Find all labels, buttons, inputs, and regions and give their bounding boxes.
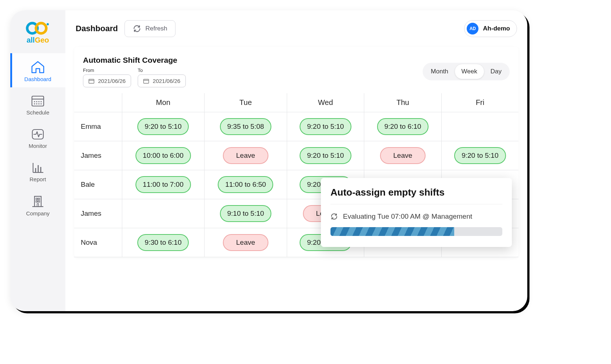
shift-pill[interactable]: 9:35 to 5:08 [220,118,271,135]
shift-pill[interactable]: 9:20 to 5:10 [137,118,189,135]
main-area: Dashboard Refresh AD Ah-demo Automatic S… [65,10,527,311]
svg-rect-21 [36,198,37,200]
svg-rect-24 [38,201,40,202]
progress-fill [330,227,454,236]
leave-pill[interactable]: Leave [223,234,268,251]
employee-name: Emma [81,123,101,130]
sidebar-item-label: Report [10,176,65,182]
schedule-cell: 11:00 to 6:50 [205,170,287,199]
shift-pill[interactable]: 9:20 to 5:10 [454,147,506,164]
to-date-input[interactable]: 2021/06/26 [138,74,186,87]
schedule-cell: Leave [205,228,287,257]
shift-pill[interactable]: 9:20 to 6:10 [377,118,429,135]
sidebar-item-company[interactable]: Company [10,188,65,222]
svg-rect-23 [36,201,37,202]
sidebar-item-label: Monitor [10,143,65,149]
calendar-mini-icon [88,79,94,84]
popup-title: Auto-assign empty shifts [330,187,502,204]
sidebar-item-label: Company [10,210,65,216]
to-label: To [138,68,186,73]
sidebar-item-monitor[interactable]: Monitor [10,121,65,154]
bar-chart-icon [31,161,45,174]
day-header: Wed [287,93,364,112]
shift-pill[interactable]: 9:20 to 5:10 [300,118,351,135]
shift-pill[interactable]: 9:20 to 5:10 [300,147,351,164]
calendar-mini-icon [143,79,149,84]
avatar: AD [467,23,478,34]
day-header: Thu [364,93,441,112]
schedule-cell: 9:30 to 6:10 [122,228,205,257]
sidebar-item-dashboard[interactable]: Dashboard [10,53,65,87]
svg-rect-22 [38,198,40,200]
sidebar-item-report[interactable]: Report [10,154,65,188]
employee-name: Nova [81,239,97,246]
view-week[interactable]: Week [455,64,484,79]
refresh-label: Refresh [145,25,167,32]
from-date-input[interactable]: 2021/06/26 [83,74,131,87]
card-title: Automatic Shift Coverage [83,56,186,65]
popup-status-text: Evaluating Tue 07:00 AM @ Management [343,212,472,221]
progress-bar [330,227,502,236]
svg-point-11 [38,103,39,104]
user-name: Ah-demo [483,25,510,32]
refresh-button[interactable]: Refresh [124,20,176,37]
brand-text: allGeo [25,36,51,44]
svg-point-7 [38,101,39,102]
brand-logo: allGeo [25,21,51,44]
schedule-cell: 9:20 to 6:10 [364,112,441,141]
svg-point-8 [40,101,41,102]
employee-name: James [81,152,101,159]
sidebar: allGeo Dashboard Schedule Monitor Report… [10,10,65,311]
sidebar-item-label: Dashboard [10,76,65,82]
schedule-cell: 9:10 to 5:10 [205,199,287,228]
shift-pill[interactable]: 9:10 to 5:10 [220,205,271,222]
shift-pill[interactable]: 9:30 to 6:10 [137,234,189,251]
from-label: From [83,68,131,73]
schedule-cell: 11:00 to 7:00 [122,170,205,199]
content-card: Automatic Shift Coverage From 2021/06/26… [74,47,518,257]
refresh-icon [133,25,141,32]
auto-assign-popup: Auto-assign empty shifts Evaluating Tue … [321,178,512,247]
logo-icon [25,21,51,36]
schedule-cell: 9:20 to 5:10 [287,112,364,141]
schedule-cell: 9:20 to 5:10 [287,141,364,170]
sidebar-item-label: Schedule [10,109,65,116]
schedule-cell: 9:20 to 5:10 [122,112,205,141]
to-date-value: 2021/06/26 [153,78,180,84]
table-row: James10:00 to 6:00Leave9:20 to 5:10Leave… [74,141,518,170]
topbar: Dashboard Refresh AD Ah-demo [65,10,527,47]
app-window: allGeo Dashboard Schedule Monitor Report… [10,10,527,311]
schedule-cell [122,199,205,228]
refresh-icon [330,213,338,220]
table-row: Emma9:20 to 5:109:35 to 5:089:20 to 5:10… [74,112,518,141]
svg-rect-25 [37,204,39,207]
home-icon [30,61,45,74]
employee-name: Bale [81,181,95,188]
view-day[interactable]: Day [484,64,508,79]
svg-point-5 [34,101,35,102]
user-chip[interactable]: AD Ah-demo [464,20,517,37]
view-toggle: Month Week Day [423,63,510,80]
sidebar-item-schedule[interactable]: Schedule [10,87,65,121]
page-title: Dashboard [76,24,118,33]
schedule-cell: 9:20 to 5:10 [441,141,518,170]
shift-pill[interactable]: 10:00 to 6:00 [135,147,191,164]
shift-pill[interactable]: 11:00 to 6:50 [218,176,273,193]
svg-rect-19 [35,196,41,207]
day-header: Tue [205,93,287,112]
leave-pill[interactable]: Leave [223,147,268,164]
schedule-cell: Leave [205,141,287,170]
svg-rect-3 [32,96,44,106]
card-header: Automatic Shift Coverage From 2021/06/26… [74,56,518,93]
shift-pill[interactable]: 11:00 to 7:00 [135,176,191,193]
svg-rect-28 [144,79,149,83]
svg-point-10 [36,103,37,104]
svg-point-2 [47,23,49,25]
svg-point-9 [34,103,35,104]
view-month[interactable]: Month [424,64,455,79]
svg-point-6 [36,101,37,102]
day-header: Fri [441,93,518,112]
svg-rect-26 [89,79,94,83]
leave-pill[interactable]: Leave [380,147,426,164]
schedule-cell: 10:00 to 6:00 [122,141,205,170]
